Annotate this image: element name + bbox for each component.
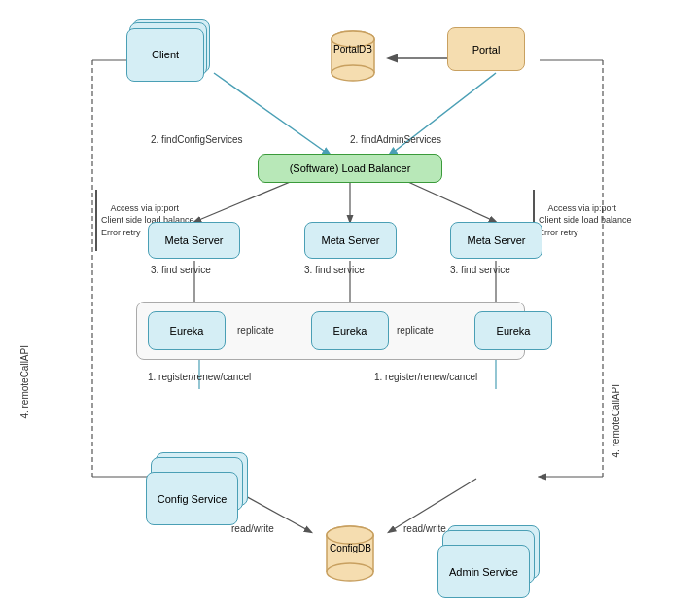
find-service-1-label: 3. find service <box>151 265 211 275</box>
architecture-diagram: Client PortalDB Portal 2. findConfigServ… <box>0 0 700 607</box>
eureka-3-label: Eureka <box>497 325 531 337</box>
config-service-label: Config Service <box>158 493 228 505</box>
replicate-2-label: replicate <box>397 325 434 336</box>
svg-point-37 <box>327 563 373 581</box>
read-write-2-label: read/write <box>403 523 446 534</box>
portaldb-node: PortalDB <box>329 29 377 83</box>
remote-call-right-label: 4. remoteCallAPI <box>611 384 621 458</box>
find-config-label: 2. findConfigServices <box>151 134 243 145</box>
find-admin-label: 2. findAdminServices <box>350 134 441 145</box>
eureka-2-node: Eureka <box>311 311 389 350</box>
portal-node: Portal <box>447 27 525 71</box>
read-write-1-label: read/write <box>231 523 274 534</box>
eureka-3-node: Eureka <box>474 311 552 350</box>
bracket-right-label: Access via ip:port Client side load bala… <box>533 190 632 251</box>
replicate-1-label: replicate <box>237 325 274 336</box>
svg-point-38 <box>327 526 373 544</box>
config-service-node: Config Service <box>146 452 238 525</box>
meta-server-1-node: Meta Server <box>148 222 240 259</box>
portaldb-label: PortalDB <box>329 44 377 54</box>
meta-server-2-label: Meta Server <box>322 234 380 246</box>
find-service-2-label: 3. find service <box>304 265 365 275</box>
load-balancer-label: (Software) Load Balancer <box>290 162 411 174</box>
meta-server-1-label: Meta Server <box>165 234 224 246</box>
client-label: Client <box>152 49 179 60</box>
client-node: Client <box>126 19 204 78</box>
register-2-label: 1. register/renew/cancel <box>374 372 477 382</box>
eureka-1-node: Eureka <box>148 311 226 350</box>
eureka-2-label: Eureka <box>333 325 368 337</box>
portal-label: Portal <box>472 44 501 55</box>
meta-server-2-node: Meta Server <box>304 222 397 259</box>
svg-point-31 <box>332 65 374 81</box>
configdb-label: ConfigDB <box>324 543 377 553</box>
admin-service-label: Admin Service <box>449 566 518 578</box>
configdb-node: ConfigDB <box>324 525 377 584</box>
find-service-3-label: 3. find service <box>450 265 510 275</box>
meta-server-3-label: Meta Server <box>468 234 526 246</box>
register-1-label: 1. register/renew/cancel <box>148 372 251 382</box>
eureka-1-label: Eureka <box>170 325 204 337</box>
admin-service-node: Admin Service <box>438 525 530 598</box>
meta-server-3-node: Meta Server <box>450 222 542 259</box>
load-balancer-node: (Software) Load Balancer <box>258 154 442 183</box>
remote-call-left-label: 4. remoteCallAPI <box>19 345 30 419</box>
